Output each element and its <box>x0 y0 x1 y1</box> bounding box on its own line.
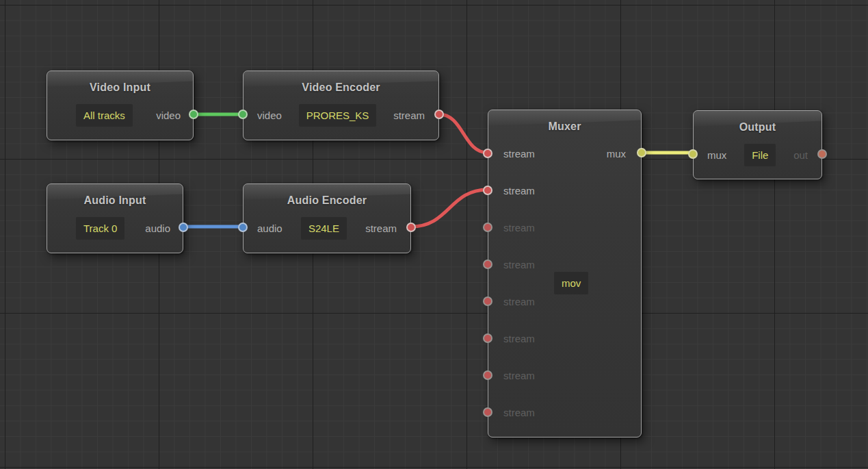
node-title: Output <box>694 121 821 134</box>
node-video-input[interactable]: Video Input All tracks video <box>47 71 194 140</box>
port-label-stream-in: stream <box>503 259 535 270</box>
node-title: Audio Input <box>47 194 183 207</box>
port-label-stream-in: stream <box>503 296 535 307</box>
stream-in-port[interactable] <box>483 259 492 269</box>
port-label-stream-in: stream <box>503 185 535 197</box>
muxer-input-row: stream <box>488 148 535 159</box>
node-audio-encoder[interactable]: Audio Encoder audio S24LE stream <box>243 183 411 253</box>
stream-in-port[interactable] <box>483 186 492 195</box>
node-graph-canvas[interactable]: Video Input All tracks video Video Encod… <box>0 0 868 469</box>
port-label-out: out <box>793 149 808 161</box>
node-content-row: video PRORES_KS stream <box>244 103 438 127</box>
node-content-row: Track 0 audio <box>47 216 183 240</box>
value-field-destination[interactable]: File <box>744 144 776 166</box>
stream-in-port[interactable] <box>483 296 492 306</box>
stream-out-port[interactable] <box>434 110 444 119</box>
muxer-input-row: stream <box>488 370 535 381</box>
stream-out-port[interactable] <box>406 223 416 232</box>
node-title: Video Input <box>47 81 193 94</box>
port-label-stream-in: stream <box>503 222 535 233</box>
muxer-input-row: stream <box>488 296 535 307</box>
mux-in-port[interactable] <box>688 149 698 159</box>
stream-in-port[interactable] <box>483 223 492 232</box>
node-title: Audio Encoder <box>244 194 410 207</box>
node-title: Video Encoder <box>244 81 438 94</box>
video-out-port[interactable] <box>189 110 198 119</box>
audio-in-port[interactable] <box>238 223 248 232</box>
video-in-port[interactable] <box>238 110 248 119</box>
muxer-input-row: stream <box>488 185 535 196</box>
stream-in-port[interactable] <box>483 149 492 158</box>
port-label-audio-out: audio <box>145 223 170 234</box>
stream-in-port[interactable] <box>483 370 492 380</box>
value-field-track[interactable]: Track 0 <box>76 217 124 240</box>
node-content-row: mux File out <box>694 142 821 167</box>
port-label-stream-in: stream <box>503 148 535 160</box>
port-label-video-out: video <box>156 110 181 121</box>
audio-out-port[interactable] <box>179 223 188 232</box>
port-label-video-in: video <box>257 110 282 121</box>
node-output[interactable]: Output mux File out <box>693 110 822 179</box>
node-muxer[interactable]: Muxer streamstreamstreamstreamstreamstre… <box>488 110 642 438</box>
value-field-codec[interactable]: PRORES_KS <box>299 104 377 127</box>
node-video-encoder[interactable]: Video Encoder video PRORES_KS stream <box>243 71 439 140</box>
port-label-stream-in: stream <box>503 333 535 344</box>
muxer-input-row: stream <box>488 407 535 418</box>
port-label-mux-in: mux <box>707 149 726 161</box>
muxer-input-row: stream <box>488 222 535 233</box>
file-out-port[interactable] <box>817 149 827 159</box>
port-label-audio-in: audio <box>257 223 282 234</box>
value-field-tracks[interactable]: All tracks <box>76 104 133 127</box>
node-content-row: All tracks video <box>47 103 193 127</box>
wire-video-encoder.stream-to-muxer.stream-1[interactable] <box>439 114 488 153</box>
port-label-stream-in: stream <box>503 407 535 418</box>
value-field-container[interactable]: mov <box>554 272 588 294</box>
node-content-row: audio S24LE stream <box>244 216 410 240</box>
node-audio-input[interactable]: Audio Input Track 0 audio <box>47 183 183 253</box>
muxer-input-row: stream <box>488 259 535 270</box>
muxer-input-row: stream <box>488 333 535 344</box>
port-label-stream-out: stream <box>365 223 397 234</box>
stream-in-port[interactable] <box>483 407 492 417</box>
wire-audio-encoder.stream-to-muxer.stream-2[interactable] <box>411 190 488 227</box>
port-label-stream-in: stream <box>503 370 535 381</box>
stream-in-port[interactable] <box>483 333 492 343</box>
port-label-mux-out: mux <box>607 148 626 160</box>
port-label-stream-out: stream <box>393 110 425 121</box>
mux-out-port[interactable] <box>637 148 646 157</box>
value-field-codec[interactable]: S24LE <box>301 217 347 240</box>
